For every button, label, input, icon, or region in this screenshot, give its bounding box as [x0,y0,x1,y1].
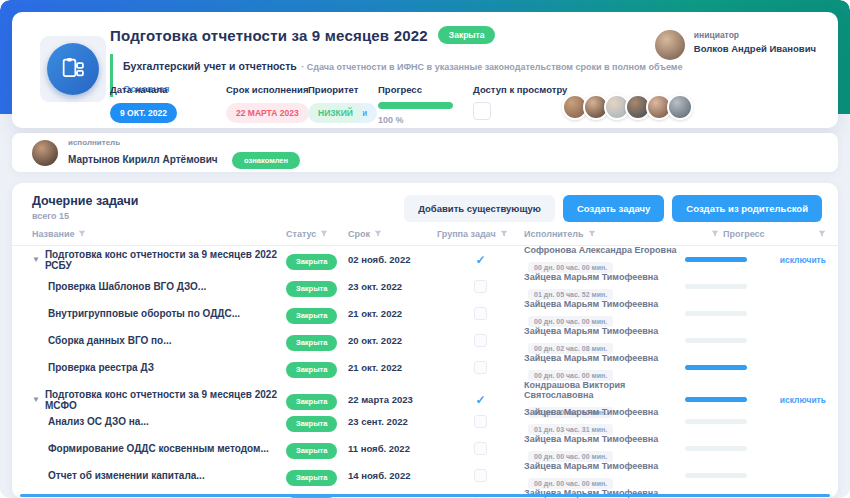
task-due-date: 22 марта 2023 [348,394,437,405]
child-tasks-total: всего 15 [32,211,69,221]
executor-name: Мартынов Кирилл Артёмович [68,154,218,165]
task-name: Отчет об изменении капитала... [48,470,205,481]
group-checkbox[interactable] [474,442,487,455]
task-summary-card: Подготовка отчетности за 9 месяцев 2022 … [12,12,838,128]
filter-icon[interactable] [500,230,508,238]
table-row[interactable]: ▼Анализ ОС ДЗО на... Закрыта 23 сент. 20… [12,408,838,435]
task-name: Формирование ОДДС косвенным методом... [48,443,269,454]
app-screen: Подготовка отчетности за 9 месяцев 2022 … [0,0,850,498]
column-header-executor: Исполнитель [524,229,683,239]
task-due-date: 02 нояб. 2022 [348,254,437,265]
executor-label: исполнитель [68,138,300,147]
task-executor-name: Зайцева Марьям Тимофеевна [524,327,683,337]
exclude-link[interactable]: исключить [780,395,826,405]
table-row[interactable]: ▼Подготовка конс отчетности за 9 месяцев… [12,381,838,408]
task-status-badge: Закрыта [286,470,337,486]
table-row[interactable]: ▼Формирование ОДДС косвенным методом... … [12,435,838,462]
table-row[interactable]: ▼Проверка Шаблонов ВГО ДЗО... Закрыта 23… [12,273,838,300]
group-checkmark-icon[interactable]: ✓ [475,253,485,267]
view-access-label: Доступ к просмотру [473,84,567,95]
initiator-avatar [655,30,685,60]
filter-icon[interactable] [711,230,719,238]
collapse-caret-icon[interactable]: ▼ [32,395,40,404]
horizontal-scrollbar[interactable] [20,494,830,497]
executor-strip: исполнитель Мартынов Кирилл Артёмович оз… [12,133,838,172]
task-executor-name: Кондрашова Виктория Святославовна [524,381,683,401]
group-checkbox[interactable] [474,307,487,320]
status-badge: Закрыта [438,26,496,44]
group-checkbox[interactable] [474,280,487,293]
progress-group: Прогресс 100 % [378,84,453,125]
filter-icon[interactable] [320,230,328,238]
task-executor-name: Зайцева Марьям Тимофеевна [524,435,683,445]
category-name: Бухгалтерский учет и отчетность [123,60,297,72]
filter-icon[interactable] [374,230,382,238]
group-checkbox[interactable] [474,415,487,428]
add-existing-button[interactable]: Добавить существующую [404,195,555,222]
executor-status-badge: ознакомлен [232,152,300,169]
task-executor-name: Зайцева Марьям Тимофеевна [524,273,683,283]
collapse-caret-icon[interactable]: ▼ [32,255,40,264]
progress-percent: 100 % [378,115,453,125]
table-header-row: Название Статус Срок Группа задач Исполн… [12,223,838,246]
group-checkbox[interactable] [474,334,487,347]
executor-avatar [32,140,58,166]
task-progress-bar [685,397,747,402]
task-executor-name: Зайцева Марьям Тимофеевна [524,462,683,472]
task-progress-bar [685,257,747,262]
task-executor-name: Софронова Александра Егоровна [524,246,683,256]
view-access-group: Доступ к просмотру [473,84,567,120]
due-date-badge: 22 МАРТА 2023 [226,103,309,123]
task-due-date: 23 окт. 2022 [348,281,437,292]
task-name: Проверка Шаблонов ВГО ДЗО... [48,281,206,292]
task-executor-name: Зайцева Марьям Тимофеевна [524,300,683,310]
task-rows: ▼Подготовка конс отчетности за 9 месяцев… [12,246,838,498]
task-name: Подготовка конс отчетности за 9 месяцев … [45,249,286,271]
task-due-date: 23 сент. 2022 [348,416,437,427]
task-status-badge: Закрыта [286,443,337,459]
group-checkbox[interactable] [474,469,487,482]
priority-label: Приоритет [308,84,363,95]
column-header-actions [768,230,826,238]
task-progress-bar [685,338,747,343]
create-task-button[interactable]: Создать задачу [563,195,664,222]
column-header-group: Группа задач [437,229,524,239]
task-name: Подготовка конс отчетности за 9 месяцев … [45,389,286,411]
child-tasks-title: Дочерние задачи [32,194,138,208]
viewer-avatar[interactable] [667,94,693,120]
task-executor-name: Зайцева Марьям Тимофеевна [524,408,683,418]
task-executor-name: Зайцева Марьям Тимофеевна [524,354,683,364]
priority-badge: НИЗКИЙ [308,103,363,123]
view-access-checkbox[interactable] [473,102,491,120]
task-status-badge: Закрыта [286,254,337,270]
create-from-parent-button[interactable]: Создать из родительской [672,195,822,222]
column-header-due: Срок [348,229,437,239]
task-status-badge: Закрыта [286,281,337,297]
initiator-label: инициатор [694,30,816,40]
table-row[interactable]: ▼Отчет об изменении капитала... Закрыта … [12,462,838,489]
group-checkbox[interactable] [474,361,487,374]
table-row[interactable]: ▼Сборка данных ВГО по... Закрыта 20 окт.… [12,327,838,354]
task-progress-bar [685,446,747,451]
task-status-badge: Закрыта [286,362,337,378]
task-name: Анализ ОС ДЗО на... [48,416,149,427]
table-row[interactable]: ▼Внутригрупповые обороты по ОДДС... Закр… [12,300,838,327]
task-progress-bar [685,473,747,478]
task-name: Внутригрупповые обороты по ОДДС... [48,308,240,319]
exclude-link[interactable]: исключить [780,255,826,265]
filter-icon[interactable] [588,230,596,238]
initiator-name: Волков Андрей Иванович [694,43,816,54]
task-status-badge: Закрыта [286,416,337,432]
filter-icon[interactable] [818,230,826,238]
task-name: Проверка реестра ДЗ [48,362,154,373]
table-row[interactable]: ▼Проверка реестра ДЗ Закрыта 21 окт. 202… [12,354,838,381]
group-checkmark-icon[interactable]: ✓ [475,393,485,407]
task-status-badge: Закрыта [286,335,337,351]
table-row[interactable]: ▼Подготовка конс отчетности за 9 месяцев… [12,246,838,273]
start-date-label: Дата начала [110,84,177,95]
priority-group: Приоритет НИЗКИЙ [308,84,363,123]
filter-icon[interactable] [78,230,86,238]
clipboard-checklist-icon [47,43,99,95]
column-header-status: Статус [286,229,348,239]
task-type-tile [40,36,106,102]
